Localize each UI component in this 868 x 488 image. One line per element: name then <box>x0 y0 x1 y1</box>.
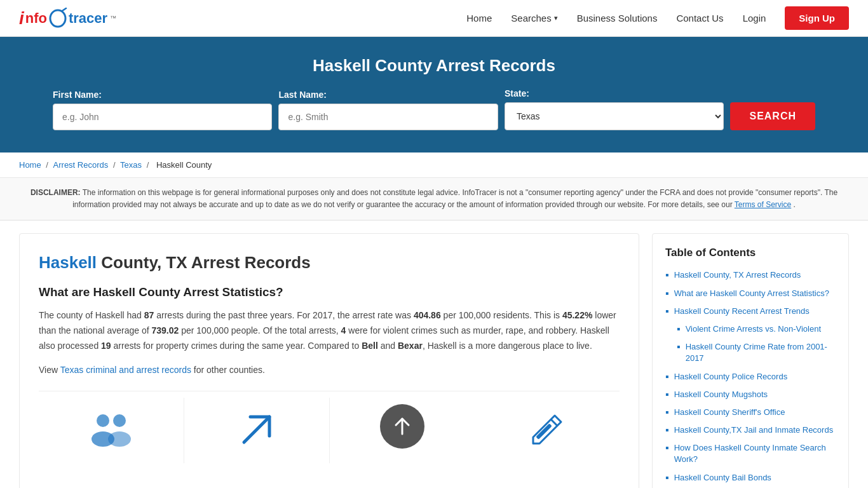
hero-title: Haskell County Arrest Records <box>13 56 855 76</box>
up-arrow-icon <box>392 416 412 437</box>
icon-arrow-up <box>184 398 330 463</box>
toc-link[interactable]: Haskell County, TX Arrest Records <box>674 269 801 281</box>
toc-item: ▪Haskell County Crime Rate from 2001-201… <box>677 341 836 364</box>
toc-bullet: ▪ <box>677 324 681 334</box>
toc-bullet: ▪ <box>665 390 669 400</box>
toc-item: ▪Violent Crime Arrests vs. Non-Violent <box>677 323 836 335</box>
article: Haskell County, TX Arrest Records What a… <box>19 233 639 488</box>
search-form: First Name: Last Name: State: Texas Alab… <box>53 88 815 130</box>
breadcrumb-sep2: / <box>113 160 118 170</box>
breadcrumb-current: Haskell County <box>156 160 212 170</box>
disclaimer-label: DISCLAIMER: <box>31 188 81 197</box>
disclaimer-text: The information on this webpage is for g… <box>72 188 837 209</box>
arrests-count: 87 <box>144 310 154 320</box>
toc-link[interactable]: Haskell County Crime Rate from 2001-2017 <box>686 341 836 364</box>
article-view-records: View Texas criminal and arrest records f… <box>39 363 620 378</box>
texas-records-link[interactable]: Texas criminal and arrest records <box>60 365 191 375</box>
terms-of-service-link[interactable]: Terms of Service <box>735 200 791 209</box>
sidebar: Table of Contents ▪Haskell County, TX Ar… <box>652 233 849 488</box>
breadcrumb-arrest-records[interactable]: Arrest Records <box>53 160 109 170</box>
first-name-input[interactable] <box>53 104 272 130</box>
toc-link[interactable]: Violent Crime Arrests vs. Non-Violent <box>686 323 821 335</box>
toc-item: ▪Haskell County Sheriff's Office <box>665 407 836 418</box>
toc-link[interactable]: What are Haskell County Arrest Statistic… <box>674 288 829 299</box>
toc-link[interactable]: Haskell County Sheriff's Office <box>674 407 785 418</box>
search-button[interactable]: SEARCH <box>730 102 815 130</box>
compare2: Bexar <box>398 341 423 351</box>
toc-item: ▪Haskell County Bail Bonds <box>665 472 836 484</box>
toc-bullet: ▪ <box>665 288 669 299</box>
last-name-label: Last Name: <box>278 90 326 100</box>
breadcrumb-sep3: / <box>147 160 151 170</box>
p1-mid3: per 100,000 people. Of the total arrests… <box>179 325 341 336</box>
toc-heading: Table of Contents <box>665 247 836 259</box>
lower-pct: 45.22% <box>562 310 592 320</box>
toc-link[interactable]: Haskell County Police Records <box>674 371 787 383</box>
logo[interactable]: i nfo tracer ™ <box>19 8 116 29</box>
toc-box: Table of Contents ▪Haskell County, TX Ar… <box>652 233 849 488</box>
hero-banner: Haskell County Arrest Records First Name… <box>0 37 868 152</box>
breadcrumb-texas[interactable]: Texas <box>120 160 142 170</box>
svg-line-1 <box>62 8 66 11</box>
nav-home[interactable]: Home <box>466 13 492 24</box>
site-header: i nfo tracer ™ Home Searches ▾ Business … <box>0 0 868 37</box>
toc-link[interactable]: Haskell County Mugshots <box>674 389 768 400</box>
p1-final: , Haskell is a more dangerous place to l… <box>423 341 592 351</box>
toc-link[interactable]: Haskell County,TX Jail and Inmate Record… <box>674 424 833 436</box>
last-name-input[interactable] <box>278 104 498 130</box>
compare-and: and <box>378 341 398 351</box>
chevron-down-icon: ▾ <box>554 14 558 22</box>
nav-business-solutions[interactable]: Business Solutions <box>577 13 658 24</box>
toc-bullet: ▪ <box>665 372 669 382</box>
state-label: State: <box>505 88 529 98</box>
icon-edit <box>475 398 620 463</box>
svg-point-5 <box>108 431 131 447</box>
p1-before: The county of Haskell had <box>39 310 144 320</box>
toc-bullet: ▪ <box>665 443 669 453</box>
toc-item: ▪Haskell County Recent Arrest Trends <box>665 306 836 317</box>
state-select[interactable]: Texas Alabama Alaska Arizona Arkansas Ca… <box>505 102 724 130</box>
article-title-rest: County, TX Arrest Records <box>97 253 311 272</box>
svg-point-0 <box>50 10 65 27</box>
toc-link[interactable]: Haskell County Recent Arrest Trends <box>674 306 810 317</box>
toc-item: ▪Haskell County Police Records <box>665 371 836 383</box>
svg-point-2 <box>97 414 109 427</box>
disclaimer-period: . <box>794 200 796 209</box>
last-name-group: Last Name: <box>278 90 498 130</box>
compare1: Bell <box>362 341 378 351</box>
signup-button[interactable]: Sign Up <box>785 6 849 30</box>
logo-circle-icon <box>48 8 67 29</box>
first-name-label: First Name: <box>53 90 102 100</box>
people-icon <box>89 410 133 449</box>
toc-bullet: ▪ <box>665 270 669 280</box>
main-content: Haskell County, TX Arrest Records What a… <box>0 220 868 488</box>
icon-people <box>39 398 184 463</box>
state-group: State: Texas Alabama Alaska Arizona Arka… <box>505 88 724 130</box>
toc-link[interactable]: How Does Haskell County Inmate Search Wo… <box>674 442 836 465</box>
toc-item: ▪What are Haskell County Arrest Statisti… <box>665 288 836 299</box>
logo-i: i <box>19 8 24 29</box>
nav-contact-us[interactable]: Contact Us <box>676 13 723 24</box>
national-avg: 739.02 <box>151 325 179 336</box>
logo-tm: ™ <box>110 15 116 22</box>
article-title-highlight: Haskell <box>39 253 97 272</box>
arrest-rate: 404.86 <box>414 310 441 320</box>
toc-bullet: ▪ <box>665 407 669 417</box>
toc-bullet: ▪ <box>677 342 681 352</box>
icon-row <box>39 391 620 463</box>
toc-link[interactable]: Haskell County Bail Bonds <box>674 472 771 484</box>
logo-tracer: tracer <box>69 10 107 27</box>
nav-searches[interactable]: Searches ▾ <box>511 13 557 24</box>
login-button[interactable]: Login <box>743 13 766 24</box>
toc-list: ▪Haskell County, TX Arrest Records▪What … <box>665 269 836 483</box>
nav-searches-link[interactable]: Searches <box>511 13 551 24</box>
breadcrumb-home[interactable]: Home <box>19 160 41 170</box>
view-prefix: View <box>39 365 60 375</box>
toc-item: ▪Haskell County Mugshots <box>665 389 836 400</box>
p1-end: arrests for property crimes during the s… <box>111 341 362 351</box>
disclaimer-bar: DISCLAIMER: The information on this webp… <box>0 178 868 220</box>
view-suffix: for other counties. <box>191 365 265 375</box>
svg-point-3 <box>113 414 126 427</box>
toc-item: ▪How Does Haskell County Inmate Search W… <box>665 442 836 465</box>
article-section1-heading: What are Haskell County Arrest Statistic… <box>39 285 620 299</box>
